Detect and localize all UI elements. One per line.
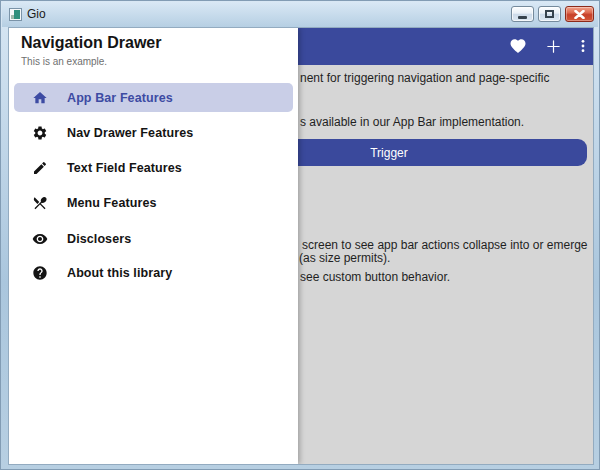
drawer-item-label: Nav Drawer Features — [67, 126, 193, 140]
drawer-item-label: Disclosers — [67, 232, 131, 246]
content-text: screen to see app bar actions collapse i… — [302, 238, 588, 252]
maximize-icon — [545, 10, 554, 18]
home-icon — [32, 90, 48, 106]
add-button[interactable] — [541, 34, 565, 58]
drawer-item-text-field-features[interactable]: Text Field Features — [14, 154, 293, 183]
drawer-item-label: About this library — [67, 266, 172, 280]
heart-icon — [509, 37, 527, 55]
titlebar: Gio — [2, 2, 598, 27]
overflow-menu-button[interactable] — [571, 34, 594, 58]
drawer-item-about-this-library[interactable]: About this library — [14, 259, 293, 288]
drawer-subtitle: This is an example. — [21, 56, 107, 67]
minimize-button[interactable] — [511, 6, 534, 22]
drawer-title: Navigation Drawer — [21, 34, 161, 52]
eye-icon — [32, 231, 48, 247]
content-text: (as size permits). — [299, 251, 390, 265]
drawer-item-label: Menu Features — [67, 196, 157, 210]
help-icon — [32, 265, 48, 281]
plus-icon — [545, 38, 562, 55]
favorite-button[interactable] — [506, 34, 530, 58]
minimize-icon — [518, 16, 527, 19]
client-area: nent for triggering navigation and page-… — [8, 27, 594, 465]
content-text: s available in our App Bar implementatio… — [300, 115, 524, 129]
content-text: see custom button behavior. — [300, 270, 450, 284]
app-window: Gio — [0, 0, 600, 470]
app-icon — [9, 8, 22, 21]
close-button[interactable] — [565, 6, 594, 22]
drawer-item-label: App Bar Features — [67, 91, 173, 105]
window-controls — [511, 6, 594, 22]
restaurant-icon — [32, 195, 48, 211]
pencil-icon — [32, 160, 48, 176]
gear-icon — [32, 125, 48, 141]
drawer-item-nav-drawer-features[interactable]: Nav Drawer Features — [14, 118, 293, 147]
content-text: nent for triggering navigation and page-… — [300, 71, 550, 85]
window-title: Gio — [27, 7, 46, 21]
maximize-button[interactable] — [538, 6, 561, 22]
drawer-item-app-bar-features[interactable]: App Bar Features — [14, 83, 293, 112]
drawer-item-disclosers[interactable]: Disclosers — [14, 224, 293, 253]
drawer-item-menu-features[interactable]: Menu Features — [14, 189, 293, 218]
overflow-menu-icon — [575, 38, 591, 54]
close-icon — [574, 10, 585, 19]
navigation-drawer: Navigation Drawer This is an example. Ap… — [9, 28, 298, 464]
drawer-item-label: Text Field Features — [67, 161, 182, 175]
